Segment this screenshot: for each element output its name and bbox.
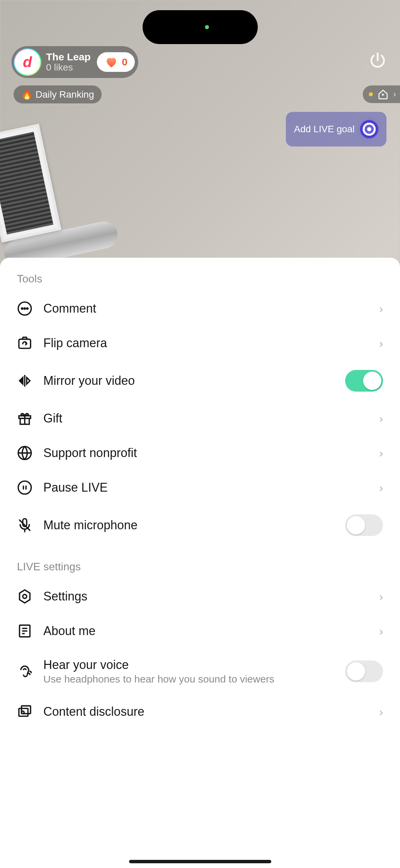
row-support-nonprofit[interactable]: Support nonprofit ›: [0, 436, 400, 470]
row-about-me[interactable]: About me ›: [0, 614, 400, 648]
mirror-toggle[interactable]: [345, 370, 383, 392]
status-dot-icon: [369, 92, 373, 96]
svg-point-12: [23, 594, 27, 598]
row-label: Mute microphone: [43, 518, 334, 532]
like-chip[interactable]: 0: [97, 52, 135, 72]
section-title-tools: Tools: [0, 273, 400, 291]
fire-icon: 🔥: [21, 89, 33, 100]
flip-camera-icon: [17, 335, 33, 351]
document-icon: [17, 623, 33, 639]
gift-icon: [17, 411, 33, 426]
ear-icon: [17, 664, 33, 679]
target-icon: [360, 120, 378, 138]
svg-rect-4: [19, 339, 31, 349]
dynamic-island: [143, 10, 258, 44]
like-count: 0: [122, 56, 128, 68]
svg-point-2: [24, 308, 25, 309]
svg-point-8: [18, 481, 31, 494]
row-label: About me: [43, 624, 369, 638]
mirror-icon: [17, 373, 33, 389]
comment-icon: [17, 301, 33, 316]
mute-toggle[interactable]: [345, 514, 383, 536]
row-settings[interactable]: Settings ›: [0, 579, 400, 614]
mic-off-icon: [17, 517, 33, 533]
svg-rect-18: [21, 706, 30, 714]
row-sublabel: Use headphones to hear how you sound to …: [43, 673, 334, 685]
row-flip-camera[interactable]: Flip camera ›: [0, 326, 400, 360]
chevron-right-icon: ›: [379, 705, 383, 718]
row-mute-microphone[interactable]: Mute microphone: [0, 505, 400, 546]
row-label: Flip camera: [43, 336, 369, 350]
pause-icon: [17, 480, 33, 495]
row-content-disclosure[interactable]: Content disclosure ›: [0, 694, 400, 729]
row-mirror-video[interactable]: Mirror your video: [0, 360, 400, 401]
globe-heart-icon: [17, 445, 33, 461]
settings-icon: [17, 589, 33, 604]
chevron-right-icon: ›: [379, 590, 383, 603]
row-label: Support nonprofit: [43, 446, 369, 460]
svg-point-3: [27, 308, 28, 309]
row-gift[interactable]: Gift ›: [0, 401, 400, 436]
stream-title: The Leap: [46, 51, 91, 62]
row-label: Content disclosure: [43, 705, 369, 719]
add-live-goal-label: Add LIVE goal: [294, 124, 355, 135]
chevron-right-icon: ›: [393, 90, 396, 99]
chevron-right-icon: ›: [379, 302, 383, 315]
row-label: Gift: [43, 411, 369, 426]
disclosure-icon: [17, 704, 33, 719]
svg-point-1: [21, 308, 23, 309]
chevron-right-icon: ›: [379, 481, 383, 494]
stream-likes-text: 0 likes: [46, 62, 91, 73]
svg-point-19: [21, 711, 24, 714]
row-comment[interactable]: Comment ›: [0, 291, 400, 326]
svg-marker-11: [20, 590, 30, 603]
tools-sheet: Tools Comment › Flip camera › Mirror you…: [0, 258, 400, 868]
row-label: Mirror your video: [43, 374, 334, 388]
row-label: Settings: [43, 589, 369, 604]
row-label: Comment: [43, 301, 369, 316]
add-live-goal-button[interactable]: Add LIVE goal: [286, 112, 386, 146]
ranking-label: Daily Ranking: [36, 89, 94, 100]
house-play-icon: [378, 89, 388, 100]
heart-icon: [104, 55, 119, 69]
power-button[interactable]: [368, 51, 387, 70]
stream-header-pill[interactable]: d The Leap 0 likes 0: [12, 46, 138, 78]
row-label: Pause LIVE: [43, 480, 369, 495]
svg-rect-17: [19, 708, 28, 716]
avatar[interactable]: d: [14, 48, 41, 76]
daily-ranking-chip[interactable]: 🔥 Daily Ranking: [14, 85, 102, 103]
chevron-right-icon: ›: [379, 412, 383, 425]
chevron-right-icon: ›: [379, 447, 383, 460]
row-label: Hear your voice: [43, 658, 334, 672]
row-hear-your-voice[interactable]: Hear your voice Use headphones to hear h…: [0, 648, 400, 694]
chevron-right-icon: ›: [379, 625, 383, 638]
live-center-chip[interactable]: ›: [363, 85, 400, 103]
home-indicator[interactable]: [129, 860, 271, 863]
chevron-right-icon: ›: [379, 337, 383, 350]
hear-voice-toggle[interactable]: [345, 660, 383, 682]
row-pause-live[interactable]: Pause LIVE ›: [0, 470, 400, 505]
section-title-live-settings: LIVE settings: [0, 546, 400, 579]
